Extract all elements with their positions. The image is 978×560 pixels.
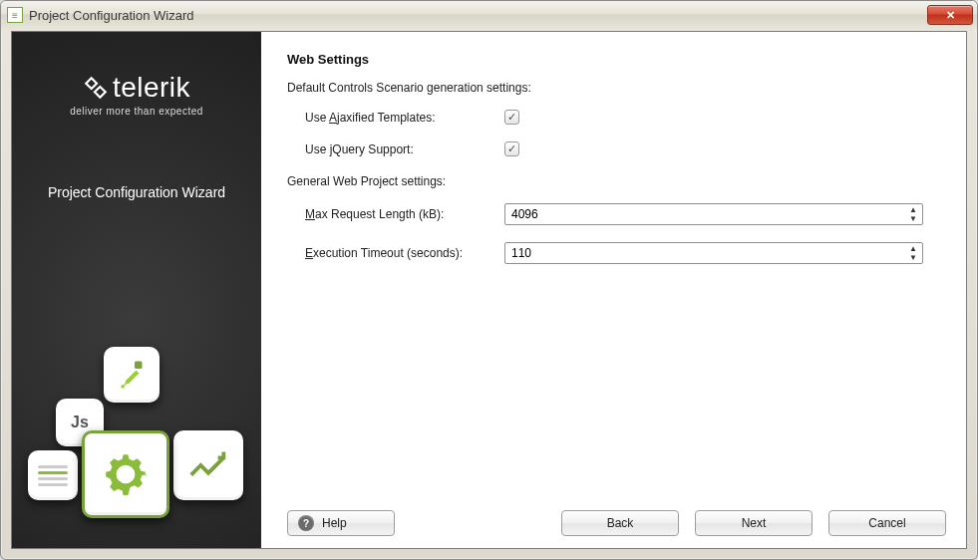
- execution-timeout-input[interactable]: 110 ▲▼: [504, 242, 923, 264]
- window-title: Project Configuration Wizard: [29, 8, 927, 23]
- row-execution-timeout: Execution Timeout (seconds): 110 ▲▼: [287, 237, 946, 276]
- close-icon: ✕: [946, 9, 955, 22]
- help-icon: ?: [298, 515, 314, 531]
- jquery-support-label: Use jQuery Support:: [305, 142, 504, 156]
- footer-buttons: ? Help Back Next Cancel: [287, 500, 946, 536]
- brand-logo: telerik deliver more than expected: [70, 72, 203, 117]
- general-section-label: General Web Project settings:: [287, 174, 946, 188]
- content-pane: Web Settings Default Controls Scenario g…: [261, 32, 966, 548]
- arrow-down-icon[interactable]: ▼: [906, 214, 920, 223]
- app-icon: ≡: [7, 7, 23, 23]
- row-jquery-support: Use jQuery Support: ✓: [287, 137, 946, 168]
- row-ajax-templates: Use Ajaxified Templates: ✓: [287, 105, 946, 137]
- arrow-up-icon[interactable]: ▲: [906, 205, 920, 214]
- jquery-support-checkbox[interactable]: ✓: [504, 141, 519, 156]
- sidebar: telerik deliver more than expected Proje…: [12, 32, 261, 548]
- brand-name: telerik: [113, 72, 190, 104]
- execution-timeout-label: Execution Timeout (seconds):: [305, 246, 504, 260]
- spin-arrows[interactable]: ▲▼: [906, 244, 920, 262]
- window-body: telerik deliver more than expected Proje…: [11, 31, 967, 549]
- max-request-length-label: Max Request Length (kB):: [305, 207, 504, 221]
- brush-icon: [104, 347, 160, 403]
- svg-rect-0: [135, 362, 143, 370]
- max-request-length-value: 4096: [511, 207, 538, 221]
- form-icon: [28, 450, 78, 500]
- sidebar-illustration: Js: [12, 339, 261, 548]
- sidebar-subtitle: Project Configuration Wizard: [48, 184, 225, 200]
- next-button[interactable]: Next: [695, 510, 813, 536]
- cancel-button[interactable]: Cancel: [828, 510, 946, 536]
- check-icon: ✓: [507, 142, 516, 155]
- arrow-up-icon[interactable]: ▲: [906, 244, 920, 253]
- row-max-request-length: Max Request Length (kB): 4096 ▲▼: [287, 198, 946, 237]
- arrow-down-icon[interactable]: ▼: [906, 253, 920, 262]
- titlebar: ≡ Project Configuration Wizard ✕: [1, 1, 977, 29]
- check-icon: ✓: [507, 111, 516, 124]
- back-button[interactable]: Back: [561, 510, 679, 536]
- ajax-templates-label: Use Ajaxified Templates:: [305, 111, 504, 125]
- page-heading: Web Settings: [287, 52, 946, 67]
- max-request-length-input[interactable]: 4096 ▲▼: [504, 203, 923, 225]
- close-button[interactable]: ✕: [927, 5, 973, 25]
- gear-icon: [82, 430, 169, 518]
- brand-tagline: deliver more than expected: [70, 106, 203, 117]
- ajax-templates-checkbox[interactable]: ✓: [504, 110, 519, 125]
- scenario-section-label: Default Controls Scenario generation set…: [287, 81, 946, 95]
- wizard-window: ≡ Project Configuration Wizard ✕ telerik…: [0, 0, 978, 560]
- help-button[interactable]: ? Help: [287, 510, 395, 536]
- chart-icon: [173, 430, 243, 500]
- spin-arrows[interactable]: ▲▼: [906, 205, 920, 223]
- brand-mark-icon: [83, 75, 109, 101]
- execution-timeout-value: 110: [511, 246, 531, 260]
